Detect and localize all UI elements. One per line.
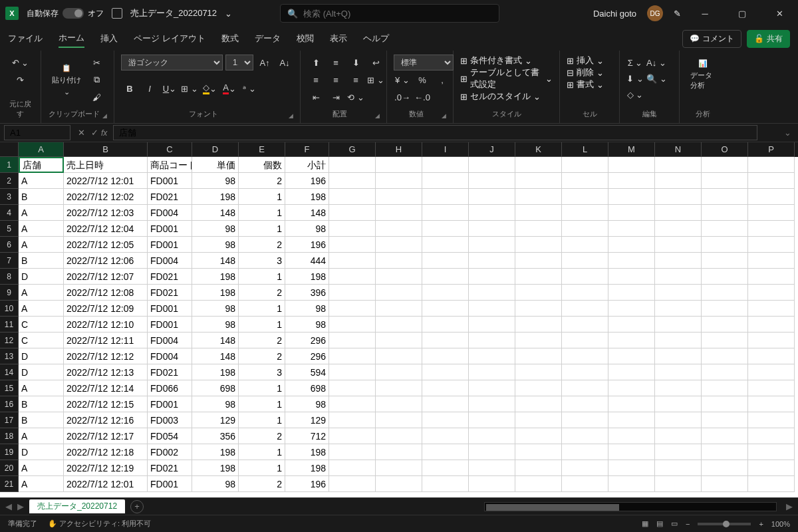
cell[interactable] bbox=[608, 396, 655, 412]
row-header[interactable]: 16 bbox=[0, 396, 19, 412]
cell[interactable]: FD001 bbox=[148, 396, 192, 412]
cell[interactable]: C bbox=[19, 317, 64, 332]
cell[interactable] bbox=[376, 396, 422, 412]
cell[interactable] bbox=[469, 221, 515, 237]
cell[interactable] bbox=[376, 285, 422, 301]
cell[interactable] bbox=[329, 285, 376, 301]
normal-view-button[interactable]: ▦ bbox=[642, 519, 648, 528]
column-header[interactable]: K bbox=[515, 142, 562, 157]
cell[interactable]: 296 bbox=[285, 348, 329, 364]
cell[interactable]: 1 bbox=[239, 396, 285, 412]
cell[interactable]: 2022/7/12 12:01 bbox=[64, 173, 148, 189]
cell[interactable] bbox=[562, 396, 608, 412]
cell[interactable] bbox=[515, 317, 562, 332]
cell[interactable] bbox=[422, 412, 469, 428]
cell[interactable] bbox=[469, 253, 515, 269]
cell[interactable] bbox=[329, 348, 376, 364]
column-header[interactable]: F bbox=[285, 142, 329, 157]
column-header[interactable]: E bbox=[239, 142, 285, 157]
cell[interactable] bbox=[329, 301, 376, 317]
cell[interactable] bbox=[562, 444, 608, 460]
cell[interactable] bbox=[329, 412, 376, 428]
cell[interactable] bbox=[608, 221, 655, 237]
cell[interactable]: 1 bbox=[239, 444, 285, 460]
cell[interactable] bbox=[422, 269, 469, 285]
cell[interactable]: 198 bbox=[285, 269, 329, 285]
cell[interactable] bbox=[655, 317, 702, 332]
toggle-switch-icon[interactable] bbox=[63, 8, 84, 19]
dialog-launcher-icon[interactable]: ◢ bbox=[442, 112, 446, 119]
cell[interactable] bbox=[702, 364, 748, 380]
cell[interactable]: 2022/7/12 12:09 bbox=[64, 301, 148, 317]
cell[interactable]: FD066 bbox=[148, 380, 192, 396]
cell[interactable]: 2 bbox=[239, 285, 285, 301]
cell[interactable] bbox=[329, 460, 376, 476]
cell[interactable]: FD021 bbox=[148, 364, 192, 380]
cell[interactable]: FD004 bbox=[148, 348, 192, 364]
cell[interactable] bbox=[329, 317, 376, 332]
cell[interactable]: 196 bbox=[285, 173, 329, 189]
cell[interactable]: 196 bbox=[285, 476, 329, 492]
share-button[interactable]: 🔓 共有 bbox=[747, 30, 790, 48]
cell[interactable] bbox=[469, 317, 515, 332]
cell[interactable]: A bbox=[19, 173, 64, 189]
cell[interactable]: FD021 bbox=[148, 269, 192, 285]
row-header[interactable]: 2 bbox=[0, 173, 19, 189]
tab-home[interactable]: ホーム bbox=[59, 29, 84, 48]
cell[interactable]: 98 bbox=[192, 396, 239, 412]
cell[interactable] bbox=[515, 380, 562, 396]
clear-button[interactable]: ◇ ⌄ bbox=[626, 86, 644, 102]
cell[interactable]: 98 bbox=[285, 317, 329, 332]
cell[interactable] bbox=[748, 285, 795, 301]
cell[interactable]: 296 bbox=[285, 332, 329, 348]
cell[interactable]: 712 bbox=[285, 428, 329, 444]
cell[interactable] bbox=[748, 348, 795, 364]
column-header[interactable]: H bbox=[376, 142, 422, 157]
cell[interactable]: 198 bbox=[285, 189, 329, 205]
cell[interactable] bbox=[422, 253, 469, 269]
cell[interactable]: 356 bbox=[192, 428, 239, 444]
cell[interactable] bbox=[469, 380, 515, 396]
cell[interactable]: A bbox=[19, 460, 64, 476]
cell[interactable] bbox=[469, 205, 515, 221]
cell[interactable]: 2 bbox=[239, 173, 285, 189]
row-header[interactable]: 18 bbox=[0, 428, 19, 444]
cell[interactable] bbox=[562, 253, 608, 269]
cell[interactable]: 3 bbox=[239, 364, 285, 380]
cell[interactable] bbox=[655, 285, 702, 301]
cell[interactable]: 1 bbox=[239, 189, 285, 205]
cell[interactable] bbox=[469, 364, 515, 380]
cell[interactable]: D bbox=[19, 364, 64, 380]
cell[interactable] bbox=[329, 396, 376, 412]
orientation-button[interactable]: ⟲ ⌄ bbox=[347, 89, 364, 105]
column-header[interactable]: A bbox=[19, 142, 64, 157]
cell[interactable] bbox=[748, 364, 795, 380]
cell[interactable] bbox=[422, 396, 469, 412]
column-header[interactable]: N bbox=[655, 142, 702, 157]
cell[interactable]: B bbox=[19, 412, 64, 428]
cell[interactable]: 594 bbox=[285, 364, 329, 380]
cell[interactable]: 198 bbox=[192, 285, 239, 301]
cell[interactable]: 2022/7/12 12:19 bbox=[64, 460, 148, 476]
cell[interactable] bbox=[748, 205, 795, 221]
cell[interactable] bbox=[655, 460, 702, 476]
cell[interactable] bbox=[562, 269, 608, 285]
cell[interactable] bbox=[329, 444, 376, 460]
row-header[interactable]: 14 bbox=[0, 364, 19, 380]
tab-review[interactable]: 校閲 bbox=[297, 30, 314, 47]
align-left-button[interactable]: ≡ bbox=[307, 72, 325, 88]
format-cells-button[interactable]: ⊞ 書式 ⌄ bbox=[567, 78, 612, 90]
cell[interactable] bbox=[702, 412, 748, 428]
cell[interactable] bbox=[608, 189, 655, 205]
merge-button[interactable]: ⊞ ⌄ bbox=[367, 72, 384, 88]
cell[interactable]: C bbox=[19, 332, 64, 348]
cell[interactable]: 198 bbox=[192, 444, 239, 460]
cell[interactable] bbox=[702, 253, 748, 269]
cell[interactable] bbox=[469, 412, 515, 428]
cell[interactable] bbox=[748, 269, 795, 285]
cell[interactable] bbox=[422, 364, 469, 380]
row-header[interactable]: 9 bbox=[0, 285, 19, 301]
cell[interactable]: FD003 bbox=[148, 412, 192, 428]
cell[interactable] bbox=[655, 269, 702, 285]
cell[interactable]: 1 bbox=[239, 412, 285, 428]
